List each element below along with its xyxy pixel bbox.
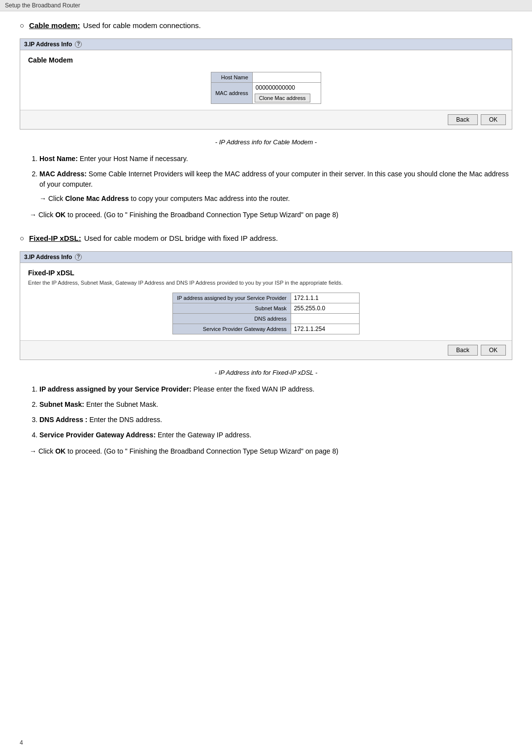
fixed-ip-box-header: 3.IP Address Info ? bbox=[20, 252, 512, 263]
cable-ok-bold: OK bbox=[55, 211, 66, 219]
cable-modem-box-footer: Back OK bbox=[20, 110, 512, 129]
cable-modem-item-2: MAC Address: Some Cable Internet Provide… bbox=[39, 169, 512, 204]
cable-modem-item-1: Host Name: Enter your Host Name if neces… bbox=[39, 154, 512, 164]
fixed-ip-item-1-text: Please enter the fixed WAN IP address. bbox=[194, 385, 315, 393]
fixed-ip-section-desc: Enter the IP Address, Subnet Mask, Gatew… bbox=[28, 280, 504, 286]
fixed-ip-label-1: Subnet Mask bbox=[173, 303, 291, 314]
fixed-ip-label-3: Service Provider Gateway Address bbox=[173, 324, 291, 334]
fixed-ip-help-icon[interactable]: ? bbox=[75, 254, 82, 261]
fixed-ip-input-1[interactable] bbox=[293, 304, 357, 312]
cable-modem-header-title: 3.IP Address Info bbox=[24, 41, 72, 48]
fixed-ok-arrow: → bbox=[30, 447, 36, 455]
cable-modem-section-title: Cable Modem bbox=[28, 56, 504, 64]
fixed-ip-caption: - IP Address info for Fixed-IP xDSL - bbox=[20, 369, 512, 376]
cable-modem-ok-button[interactable]: OK bbox=[481, 114, 506, 125]
fixed-ip-box-footer: Back OK bbox=[20, 340, 512, 360]
cable-modem-item-1-bold: Host Name: bbox=[39, 155, 78, 163]
mac-address-input-cell: Clone Mac address bbox=[252, 83, 321, 104]
host-name-row: Host Name bbox=[211, 72, 321, 83]
fixed-bullet-circle: ○ bbox=[20, 234, 24, 242]
host-name-input-cell bbox=[252, 72, 321, 83]
cable-modem-box: 3.IP Address Info ? Cable Modem Host Nam… bbox=[20, 38, 512, 130]
fixed-ip-input-cell-1 bbox=[291, 303, 359, 314]
cable-modem-description: Used for cable modem connections. bbox=[83, 21, 200, 30]
fixed-ip-description: Used for cable modem or DSL bridge with … bbox=[84, 234, 278, 242]
host-name-label: Host Name bbox=[211, 72, 253, 83]
fixed-ip-box-content: Fixed-IP xDSL Enter the IP Address, Subn… bbox=[20, 263, 512, 340]
page-number: 4 bbox=[20, 739, 23, 746]
fixed-ip-input-cell-2 bbox=[291, 314, 359, 324]
host-name-input[interactable] bbox=[255, 73, 319, 81]
page-header-title: Setup the Broadband Router bbox=[5, 2, 80, 9]
fixed-ip-items-list: IP address assigned by your Service Prov… bbox=[39, 384, 512, 440]
cable-modem-form-table: Host Name MAC address Clone Mac address bbox=[211, 72, 321, 104]
cable-modem-item-2-text: Some Cable Internet Providers will keep … bbox=[39, 170, 509, 188]
fixed-ip-input-3[interactable] bbox=[293, 325, 357, 333]
fixed-ip-item-4: Service Provider Gateway Address: Enter … bbox=[39, 430, 512, 440]
fixed-ip-item-4-bold: Service Provider Gateway Address: bbox=[39, 431, 156, 439]
fixed-ip-item-4-text: Enter the Gateway IP address. bbox=[158, 431, 251, 439]
fixed-ip-row-0: IP address assigned by your Service Prov… bbox=[173, 293, 359, 303]
fixed-ip-section-title: Fixed-IP xDSL bbox=[28, 269, 504, 277]
fixed-ok-bold: OK bbox=[55, 447, 66, 455]
fixed-ip-input-cell-0 bbox=[291, 293, 359, 303]
fixed-ip-label: Fixed-IP xDSL: bbox=[29, 234, 81, 242]
fixed-ip-box: 3.IP Address Info ? Fixed-IP xDSL Enter … bbox=[20, 251, 512, 360]
fixed-ip-item-2: Subnet Mask: Enter the Subnet Mask. bbox=[39, 399, 512, 410]
fixed-ok-note: →Click OK to proceed. (Go to " Finishing… bbox=[30, 446, 512, 457]
clone-mac-button[interactable]: Clone Mac address bbox=[255, 94, 310, 102]
fixed-ip-item-3-bold: DNS Address : bbox=[39, 416, 88, 424]
clone-note-bold: Clone Mac Address bbox=[65, 195, 129, 202]
fixed-ip-item-3: DNS Address : Enter the DNS address. bbox=[39, 415, 512, 425]
fixed-ip-item-2-bold: Subnet Mask: bbox=[39, 400, 84, 408]
fixed-ip-item-1-bold: IP address assigned by your Service Prov… bbox=[39, 385, 192, 393]
cable-modem-box-content: Cable Modem Host Name MAC address Clone … bbox=[20, 50, 512, 110]
fixed-ip-row-3: Service Provider Gateway Address bbox=[173, 324, 359, 334]
fixed-ip-input-cell-3 bbox=[291, 324, 359, 334]
cable-ok-arrow: → bbox=[30, 211, 36, 219]
fixed-ip-row-1: Subnet Mask bbox=[173, 303, 359, 314]
fixed-ip-back-button[interactable]: Back bbox=[448, 345, 478, 356]
mac-address-row: MAC address Clone Mac address bbox=[211, 83, 321, 104]
fixed-ip-item-1: IP address assigned by your Service Prov… bbox=[39, 384, 512, 394]
cable-modem-item-2-bold: MAC Address: bbox=[39, 170, 87, 178]
fixed-ip-input-2[interactable] bbox=[293, 315, 357, 323]
bullet-circle: ○ bbox=[20, 21, 24, 30]
clone-note: →Click Clone Mac Address to copy your co… bbox=[39, 194, 512, 204]
fixed-ip-header-title: 3.IP Address Info bbox=[24, 254, 72, 261]
fixed-ip-item-2-text: Enter the Subnet Mask. bbox=[86, 400, 158, 408]
fixed-ip-input-0[interactable] bbox=[293, 294, 357, 302]
cable-modem-help-icon[interactable]: ? bbox=[75, 41, 82, 48]
fixed-ip-row-2: DNS address bbox=[173, 314, 359, 324]
main-content: ○ Cable modem: Used for cable modem conn… bbox=[0, 11, 532, 482]
cable-modem-intro: ○ Cable modem: Used for cable modem conn… bbox=[20, 21, 512, 30]
cable-modem-label: Cable modem: bbox=[29, 21, 80, 30]
fixed-ip-form-table: IP address assigned by your Service Prov… bbox=[172, 293, 359, 334]
cable-modem-back-button[interactable]: Back bbox=[448, 114, 478, 125]
clone-note-arrow: → bbox=[39, 195, 46, 202]
fixed-ip-item-3-text: Enter the DNS address. bbox=[89, 416, 162, 424]
cable-modem-caption: - IP Address info for Cable Modem - bbox=[20, 138, 512, 146]
cable-modem-box-header: 3.IP Address Info ? bbox=[20, 39, 512, 50]
cable-modem-items-list: Host Name: Enter your Host Name if neces… bbox=[39, 154, 512, 204]
fixed-ip-label-2: DNS address bbox=[173, 314, 291, 324]
mac-address-label: MAC address bbox=[211, 83, 253, 104]
page-header: Setup the Broadband Router bbox=[0, 0, 532, 11]
fixed-ip-label-0: IP address assigned by your Service Prov… bbox=[173, 293, 291, 303]
fixed-ip-ok-button[interactable]: OK bbox=[481, 345, 506, 356]
fixed-ip-intro: ○ Fixed-IP xDSL: Used for cable modem or… bbox=[20, 234, 512, 242]
mac-address-input[interactable] bbox=[255, 84, 319, 92]
cable-ok-note: →Click OK to proceed. (Go to " Finishing… bbox=[30, 210, 512, 220]
cable-modem-item-1-text: Enter your Host Name if necessary. bbox=[80, 155, 188, 163]
